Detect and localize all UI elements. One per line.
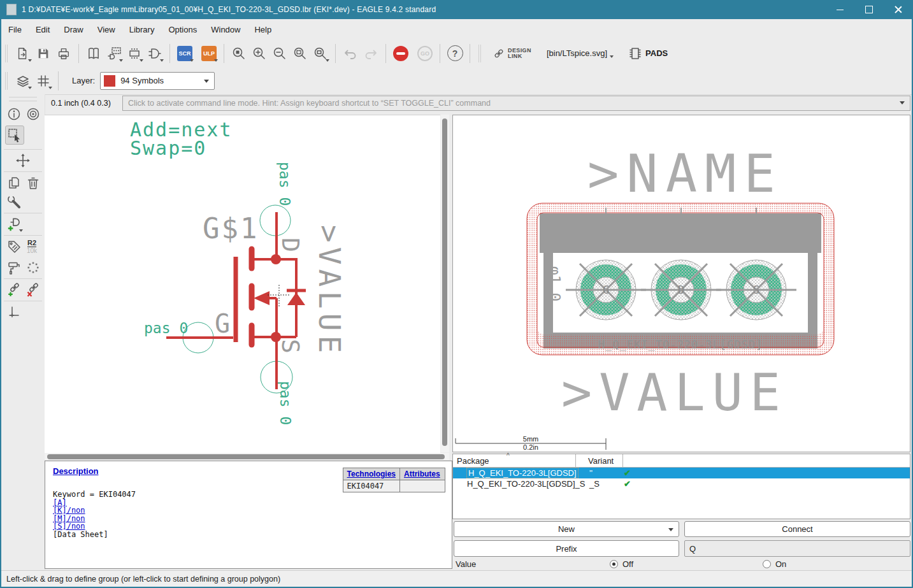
menu-options[interactable]: Options [161,22,204,37]
change-tool[interactable] [5,193,23,211]
keyword-line: Keyword = EKI04047 [53,491,136,499]
prefix-button[interactable]: Prefix [454,540,679,557]
datasheet-line: [Data Sheet] [53,531,136,539]
dropdown-caret [204,80,209,83]
layer-toolbar: Layer: 94 Symbols [1,67,912,95]
prefix-value-field[interactable]: Q [684,540,910,557]
value-on-radio[interactable] [763,560,771,568]
zoom-out-button[interactable] [271,44,289,63]
link-remove-tool[interactable] [24,281,42,299]
move-tool[interactable] [14,152,32,169]
gate-button[interactable] [146,44,164,63]
pads-export-button[interactable]: PADS [628,46,668,61]
toolbar-handle[interactable] [5,45,8,62]
zoom-in-button[interactable] [250,44,268,63]
link-s-non[interactable]: [S]/non [53,522,136,531]
add-part-tool[interactable] [5,215,23,233]
new-package-button[interactable]: New [454,521,679,537]
grid-button[interactable] [34,71,52,90]
redo-button[interactable] [362,44,380,63]
swaplevel-swap-label: Swap=0 [130,137,206,159]
package-name: H_Q_EKI_TO-220-3L[GDSD]_S [467,479,585,489]
connect-button[interactable]: Connect [684,521,910,537]
link-k-non[interactable]: [K]/non [53,506,136,515]
paint-tool[interactable] [5,259,23,276]
go-button[interactable]: GO [416,44,434,63]
scrollbar-thumb[interactable] [442,118,447,446]
value-label: Value [456,559,476,569]
value-tool[interactable]: R210k [23,238,41,255]
close-button[interactable] [884,0,913,19]
coordinate-row: 0.1 inch (0.4 0.3) [45,94,913,111]
script-button[interactable]: SCR [176,44,194,63]
svg-text:D: D [678,283,684,296]
layer-select[interactable]: 94 Symbols [100,72,215,90]
toolbar-handle[interactable] [478,45,481,62]
delete-tool[interactable] [24,174,42,192]
table-row[interactable]: H_Q_EKI_TO-220-3L[GDSD]_S _S ✔ [453,478,910,489]
package-button[interactable] [126,44,143,63]
ulp-button[interactable]: ULP [200,44,218,63]
zoom-fit-button[interactable] [230,44,248,63]
scrollbar-thumb[interactable] [47,454,445,459]
menu-help[interactable]: Help [247,22,278,37]
menu-file[interactable]: File [1,22,29,37]
menu-view[interactable]: View [90,22,122,37]
dropdown-caret [28,87,32,89]
library-button[interactable] [85,44,103,63]
silk-name-label: H_Q_EKI_TO-220-3L[GDSD] [598,338,763,351]
technologies-header-link[interactable]: Technologies [343,468,399,480]
column-variant[interactable]: Variant [588,456,614,466]
maximize-button[interactable] [854,0,884,19]
palette-handle[interactable] [9,97,37,101]
show-tool[interactable] [24,105,42,123]
technologies-table: Technologies Attributes EKI04047 [343,468,445,492]
horizontal-scrollbar[interactable] [45,453,449,460]
menu-window[interactable]: Window [204,22,247,37]
package-canvas[interactable]: >NAME [453,115,910,452]
link-add-tool[interactable] [5,281,23,299]
menu-draw[interactable]: Draw [57,22,90,37]
description-link[interactable]: Description [53,466,99,476]
table-header[interactable]: ^ Package Variant [453,454,910,468]
replace-tool[interactable] [24,259,42,276]
package-variant-table: ^ Package Variant H_Q_EKI_TO-220-3L[GDSD… [452,454,910,519]
table-row[interactable]: H_Q_EKI_TO-220-3L[GDSD] '' ✔ [453,468,910,478]
tool-palette: R210k [1,94,45,570]
group-tool[interactable] [5,125,24,145]
value-placeholder-label: >VALUE [312,225,347,357]
copy-tool[interactable] [5,174,23,192]
name-tool[interactable] [5,238,23,255]
info-tool[interactable] [5,105,23,123]
symbol-canvas[interactable]: Add=next Swap=0 G$1 pas 0 pas 0 pas 0 D … [45,115,440,453]
print-button[interactable] [55,44,73,63]
save-button[interactable] [34,44,52,63]
toolbar-handle[interactable] [5,72,8,90]
dropdown-caret [119,59,123,62]
dropdown-caret [190,59,194,62]
origin-tool[interactable] [5,303,23,321]
design-link-button[interactable]: DESIGNLINK [492,47,531,60]
column-package[interactable]: Package [457,456,489,466]
status-bar: Left-click & drag to define group (or le… [1,570,912,587]
ltspice-export-button[interactable]: [bin/LTspice.svg] [547,48,614,58]
value-off-radio[interactable] [610,560,618,568]
zoom-select-button[interactable] [291,44,309,63]
undo-button[interactable] [341,44,359,63]
terminal-s-label: S [277,339,305,354]
dropdown-caret [48,87,52,89]
gate-name-label: G$1 [203,212,259,245]
command-line[interactable] [122,96,910,111]
minimize-button[interactable] [825,0,854,19]
layer-settings-button[interactable] [14,71,32,90]
help-button[interactable]: ? [446,44,464,63]
device-button[interactable] [105,44,123,63]
menu-edit[interactable]: Edit [29,22,57,37]
attributes-header-link[interactable]: Attributes [400,468,445,480]
menu-library[interactable]: Library [122,22,162,37]
command-input[interactable] [123,96,910,110]
new-button[interactable] [14,44,32,63]
stop-button[interactable] [392,44,410,63]
zoom-redraw-button[interactable] [312,44,329,63]
vertical-scrollbar[interactable] [441,115,449,452]
